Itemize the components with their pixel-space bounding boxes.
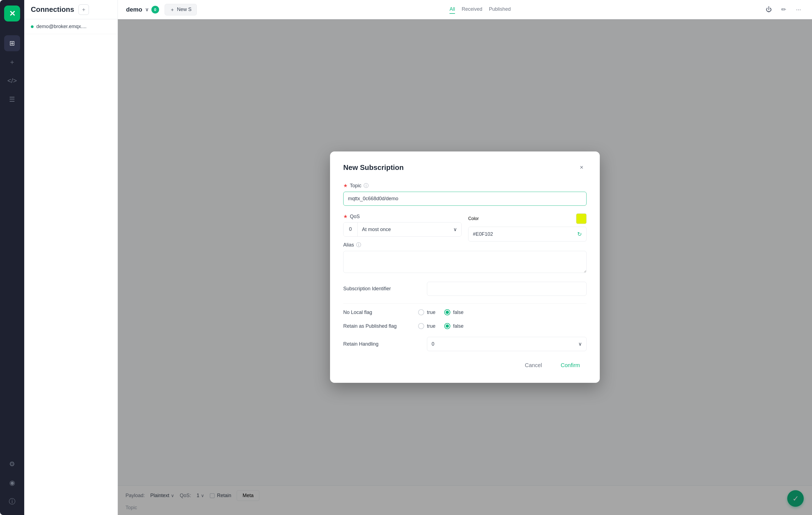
connections-header: Connections ＋ <box>24 0 118 19</box>
retain-handling-select[interactable]: 0 ∨ <box>427 337 586 351</box>
connection-name-label: demo@broker.emqx.... <box>36 24 86 29</box>
color-header-row: Color <box>468 213 586 224</box>
retain-published-flag-group: Retain as Published flag true false <box>343 323 586 329</box>
alias-info-icon[interactable]: ⓘ <box>356 242 361 248</box>
modal-overlay: New Subscription × ★ Topic ⓘ <box>118 19 812 515</box>
no-local-true-label: true <box>427 309 435 315</box>
retain-handling-group: Retain Handling 0 ∨ <box>343 337 586 351</box>
retain-published-false-radio[interactable] <box>444 323 450 329</box>
topic-label-row: ★ Topic ⓘ <box>343 182 586 189</box>
qos-label-row: ★ QoS <box>343 213 462 219</box>
plus-icon: ＋ <box>170 6 175 13</box>
qos-select[interactable]: 0 At most once ∨ <box>343 222 462 237</box>
color-refresh-button[interactable]: ↻ <box>573 227 586 241</box>
no-local-true-radio[interactable] <box>418 309 424 315</box>
color-swatch-preview[interactable] <box>576 213 586 224</box>
more-button[interactable]: ··· <box>793 4 804 15</box>
sidebar-item-add[interactable]: ＋ <box>4 54 20 70</box>
sidebar-item-info[interactable]: ⓘ <box>4 493 20 510</box>
modal-footer: Cancel Confirm <box>343 359 586 372</box>
tab-published[interactable]: Published <box>489 5 511 14</box>
modal-close-button[interactable]: × <box>577 162 586 172</box>
no-local-false-option[interactable]: false <box>444 309 464 315</box>
message-count-badge: 0 <box>151 6 159 13</box>
qos-option-select[interactable]: At most once ∨ <box>357 222 461 236</box>
sidebar-item-settings[interactable]: ⚙ <box>4 456 20 472</box>
qos-required-mark: ★ <box>343 213 348 219</box>
tab-received[interactable]: Received <box>462 5 482 14</box>
connection-status-dot <box>31 25 34 28</box>
cancel-button[interactable]: Cancel <box>518 359 549 372</box>
qos-value-display: 0 <box>344 222 357 236</box>
retain-published-true-label: true <box>427 323 435 329</box>
new-subscription-modal: New Subscription × ★ Topic ⓘ <box>330 152 600 383</box>
alias-field-group: Alias ⓘ <box>343 242 586 274</box>
connections-title: Connections <box>31 5 74 14</box>
sidebar: ✕ ⊞ ＋ </> ☰ ⚙ ◉ ⓘ <box>0 0 24 515</box>
sub-identifier-label: Subscription Identifier <box>343 286 420 292</box>
qos-color-row: ★ QoS 0 At most once ∨ <box>343 213 586 242</box>
divider-1 <box>343 303 586 304</box>
right-topbar: demo ∨ 0 ＋ New S All Received Published <box>118 0 812 19</box>
more-icon: ··· <box>796 6 801 13</box>
tab-group: All Received Published <box>450 5 511 14</box>
no-local-flag-label: No Local flag <box>343 309 409 315</box>
refresh-icon: ↻ <box>577 231 582 237</box>
plus-icon: ＋ <box>81 6 86 13</box>
main-content: Connections ＋ demo@broker.emqx.... demo … <box>24 0 812 515</box>
new-subscription-button[interactable]: ＋ New S <box>165 4 197 16</box>
topic-field-group: ★ Topic ⓘ <box>343 182 586 206</box>
topic-label: Topic <box>350 183 361 189</box>
sidebar-item-feed[interactable]: ◉ <box>4 475 20 491</box>
qos-group: ★ QoS 0 At most once ∨ <box>343 213 462 242</box>
sidebar-item-list[interactable]: ☰ <box>4 91 20 107</box>
tab-all[interactable]: All <box>450 5 455 14</box>
retain-handling-chevron-icon: ∨ <box>578 341 582 347</box>
retain-published-false-label: false <box>453 323 464 329</box>
sidebar-item-code[interactable]: </> <box>4 73 20 89</box>
no-local-false-radio[interactable] <box>444 309 450 315</box>
color-label: Color <box>468 216 478 221</box>
sub-identifier-input[interactable] <box>427 282 586 296</box>
alias-label-row: Alias ⓘ <box>343 242 586 248</box>
sidebar-nav: ⊞ ＋ </> ☰ <box>4 35 20 448</box>
color-value-input[interactable] <box>468 227 573 241</box>
retain-published-false-option[interactable]: false <box>444 323 464 329</box>
close-icon: × <box>580 164 583 171</box>
confirm-button[interactable]: Confirm <box>554 359 586 372</box>
connection-list-item[interactable]: demo@broker.emqx.... <box>24 19 118 34</box>
qos-chevron-icon: ∨ <box>453 226 457 233</box>
layout-wrapper: Connections ＋ demo@broker.emqx.... demo … <box>24 0 812 515</box>
connection-name-display: demo <box>126 6 142 13</box>
retain-handling-label: Retain Handling <box>343 341 420 347</box>
app-logo[interactable]: ✕ <box>4 5 20 22</box>
topic-info-icon[interactable]: ⓘ <box>364 182 369 189</box>
edit-icon: ✏ <box>781 6 786 13</box>
retain-published-true-radio[interactable] <box>418 323 424 329</box>
alias-textarea[interactable] <box>343 251 586 273</box>
new-subscription-label: New S <box>177 7 192 12</box>
no-local-flag-group: No Local flag true false <box>343 309 586 315</box>
power-icon: ⏻ <box>766 6 772 13</box>
retain-handling-value: 0 <box>432 341 434 347</box>
add-connection-button[interactable]: ＋ <box>79 4 89 15</box>
qos-label: QoS <box>350 214 360 219</box>
color-input-row: ↻ <box>468 227 586 242</box>
connections-panel: Connections ＋ demo@broker.emqx.... <box>24 0 118 515</box>
edit-button[interactable]: ✏ <box>778 4 789 15</box>
topbar-actions: ⏻ ✏ ··· <box>763 4 804 15</box>
connection-chevron-icon[interactable]: ∨ <box>145 7 149 13</box>
retain-published-true-option[interactable]: true <box>418 323 435 329</box>
power-button[interactable]: ⏻ <box>763 4 774 15</box>
connection-badge: demo ∨ 0 <box>126 6 159 13</box>
content-area: New Subscription × ★ Topic ⓘ <box>118 19 812 515</box>
sidebar-item-connections[interactable]: ⊞ <box>4 35 20 51</box>
modal-title: New Subscription <box>343 163 404 172</box>
retain-published-flag-label: Retain as Published flag <box>343 323 409 329</box>
sub-identifier-group: Subscription Identifier <box>343 282 586 296</box>
topic-input[interactable] <box>343 192 586 206</box>
no-local-false-label: false <box>453 309 464 315</box>
alias-label: Alias <box>343 242 354 248</box>
no-local-true-option[interactable]: true <box>418 309 435 315</box>
color-group: Color ↻ <box>468 213 586 242</box>
